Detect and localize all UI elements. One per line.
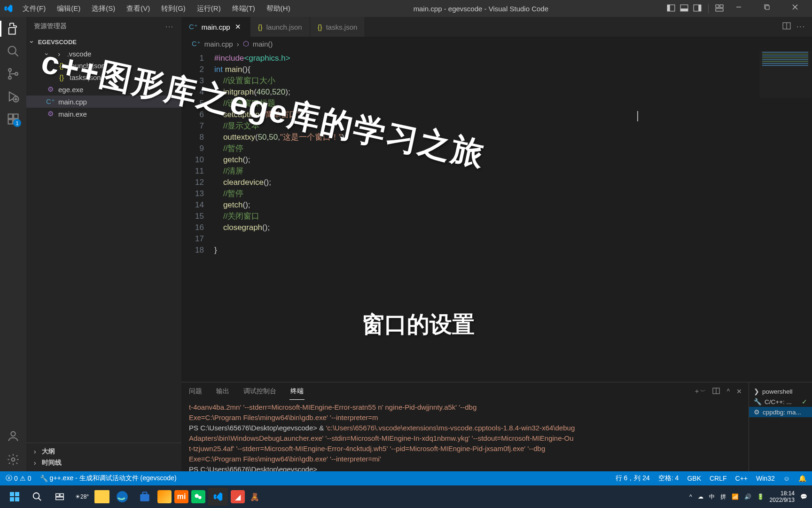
run-debug-icon[interactable] <box>6 89 20 103</box>
outline-section[interactable]: 大纲 <box>31 446 177 457</box>
status-eol[interactable]: CRLF <box>710 475 727 482</box>
code-line[interactable]: 18} <box>181 245 812 256</box>
timeline-section[interactable]: 时间线 <box>31 457 177 468</box>
task-view-icon[interactable] <box>50 488 70 506</box>
new-terminal-icon[interactable]: ＋﹀ <box>694 387 706 396</box>
maximize-button[interactable] <box>757 0 780 17</box>
editor-tab-main-cpp[interactable]: C⁺main.cpp✕ <box>181 17 250 37</box>
panel-tab-problems[interactable]: 问题 <box>188 383 203 399</box>
maximize-panel-icon[interactable]: ^ <box>726 388 730 395</box>
status-errors[interactable]: ⓧ 0 ⚠ 0 <box>6 474 31 483</box>
breadcrumb-file[interactable]: main.cpp <box>204 40 233 48</box>
breadcrumb-symbol[interactable]: main() <box>253 40 273 48</box>
taskbar-clock[interactable]: 18:142022/9/13 <box>770 490 795 503</box>
terminal-item-powershell[interactable]: ❯powershell <box>754 386 807 397</box>
code-line[interactable]: 14 getch(); <box>181 199 812 211</box>
status-target[interactable]: Win32 <box>756 475 775 482</box>
tree-item--vscode[interactable]: ›.vscode <box>26 48 181 60</box>
code-line[interactable]: 10 getch(); <box>181 154 812 166</box>
split-editor-icon[interactable] <box>782 22 791 32</box>
code-line[interactable]: 9 //暂停 <box>181 143 812 154</box>
menu-file[interactable]: 文件(F) <box>18 2 50 15</box>
customize-layout-icon[interactable] <box>715 4 724 14</box>
account-icon[interactable] <box>6 429 20 443</box>
search-icon[interactable] <box>6 44 20 58</box>
taskbar-app-1[interactable] <box>157 490 172 503</box>
file-explorer-icon[interactable] <box>94 490 109 503</box>
menu-go[interactable]: 转到(G) <box>156 2 190 15</box>
start-button[interactable] <box>5 488 24 506</box>
code-line[interactable]: 4 initgraph(460,520); <box>181 87 812 98</box>
ms-store-icon[interactable] <box>135 488 155 506</box>
settings-gear-icon[interactable] <box>6 452 20 467</box>
menu-help[interactable]: 帮助(H) <box>262 2 295 15</box>
status-language[interactable]: C++ <box>735 475 748 482</box>
workspace-root[interactable]: EGEVSCODE <box>26 36 181 48</box>
tray-overflow-icon[interactable]: ^ <box>689 493 692 500</box>
menu-terminal[interactable]: 终端(T) <box>227 2 260 15</box>
terminal-item-cppdbg[interactable]: ⚙cppdbg: ma... <box>749 407 812 417</box>
code-line[interactable]: 5 //设置窗口标题 <box>181 98 812 109</box>
edge-browser-icon[interactable] <box>112 488 132 506</box>
extensions-icon[interactable]: 1 <box>6 112 20 126</box>
layout-panel-right-icon[interactable] <box>693 4 702 14</box>
terminal-item-cpp-task[interactable]: 🔧C/C++: ...✓ <box>754 397 807 407</box>
status-build-task[interactable]: 🔧 g++.exe - 生成和调试活动文件 (egevscode) <box>40 474 177 483</box>
panel-tab-debug-console[interactable]: 调试控制台 <box>242 383 277 399</box>
tree-item-launch-json[interactable]: {}launch.json <box>26 60 181 71</box>
minimap[interactable] <box>759 51 811 98</box>
code-line[interactable]: 8 outtextxy(50,50,"这是一个窗口！"); <box>181 132 812 143</box>
layout-panel-left-icon[interactable] <box>667 4 675 14</box>
code-line[interactable]: 11 //清屏 <box>181 166 812 177</box>
explorer-icon[interactable] <box>6 22 20 36</box>
code-line[interactable]: 7 //显示文本 <box>181 120 812 132</box>
menu-edit[interactable]: 编辑(E) <box>52 2 85 15</box>
taskbar-search-icon[interactable] <box>27 488 47 506</box>
code-line[interactable]: 16 closegraph(); <box>181 222 812 233</box>
wechat-icon[interactable] <box>191 490 205 503</box>
code-line[interactable]: 17 <box>181 233 812 245</box>
breadcrumb[interactable]: C⁺ main.cpp › ⬡ main() <box>181 37 812 51</box>
code-line[interactable]: 13 //暂停 <box>181 188 812 199</box>
status-spaces[interactable]: 空格: 4 <box>658 474 679 483</box>
status-line-col[interactable]: 行 6，列 24 <box>616 474 650 483</box>
tray-onedrive-icon[interactable]: ☁ <box>698 493 703 500</box>
tree-item-ege-exe[interactable]: ⚙ege.exe <box>26 83 181 95</box>
code-editor[interactable]: 1#include<graphics.h>2int main(){3 //设置窗… <box>181 51 812 382</box>
status-bell-icon[interactable]: 🔔 <box>798 475 806 482</box>
taskbar-app-mi[interactable]: mi <box>174 490 188 503</box>
tray-ime-lang[interactable]: 中 <box>709 493 715 501</box>
split-terminal-icon[interactable] <box>712 387 720 396</box>
source-control-icon[interactable] <box>6 67 20 81</box>
close-button[interactable] <box>785 0 808 17</box>
vscode-taskbar-icon[interactable] <box>208 488 228 506</box>
menu-selection[interactable]: 选择(S) <box>87 2 120 15</box>
status-feedback-icon[interactable]: ☺ <box>783 475 790 482</box>
tree-item-tasks-json[interactable]: {}tasks.json <box>26 71 181 83</box>
menu-run[interactable]: 运行(R) <box>192 2 226 15</box>
tray-volume-icon[interactable]: 🔊 <box>744 493 751 500</box>
weather-widget[interactable]: ☀ 28° <box>72 488 92 506</box>
notifications-icon[interactable]: 💬 <box>800 493 807 500</box>
minimize-button[interactable] <box>728 0 752 17</box>
code-line[interactable]: 6 setcaption("简单窗口"); <box>181 109 812 120</box>
editor-more-icon[interactable]: ··· <box>796 23 805 31</box>
tree-item-main-exe[interactable]: ⚙main.exe <box>26 108 181 120</box>
code-line[interactable]: 1#include<graphics.h> <box>181 53 812 64</box>
terminal-output[interactable]: t-4oanv4ba.2mn' '--stderr=Microsoft-MIEn… <box>181 400 749 471</box>
panel-tab-output[interactable]: 输出 <box>215 383 230 399</box>
editor-tab-tasks-json[interactable]: {}tasks.json <box>310 17 366 37</box>
editor-tab-launch-json[interactable]: {}launch.json <box>250 17 310 37</box>
explorer-more-icon[interactable]: ··· <box>165 23 174 30</box>
close-tab-icon[interactable]: ✕ <box>234 23 242 31</box>
close-panel-icon[interactable]: ✕ <box>736 388 742 395</box>
status-encoding[interactable]: GBK <box>687 475 701 482</box>
code-line[interactable]: 3 //设置窗口大小 <box>181 75 812 87</box>
code-line[interactable]: 2int main(){ <box>181 64 812 75</box>
taskbar-app-2[interactable]: ◢ <box>231 490 245 503</box>
panel-tab-terminal[interactable]: 终端 <box>289 383 304 400</box>
menu-view[interactable]: 查看(V) <box>122 2 155 15</box>
tray-wifi-icon[interactable]: 📶 <box>732 493 739 500</box>
tree-item-main-cpp[interactable]: C⁺main.cpp <box>26 95 181 108</box>
taskbar-app-3[interactable]: 🧸 <box>248 490 262 503</box>
